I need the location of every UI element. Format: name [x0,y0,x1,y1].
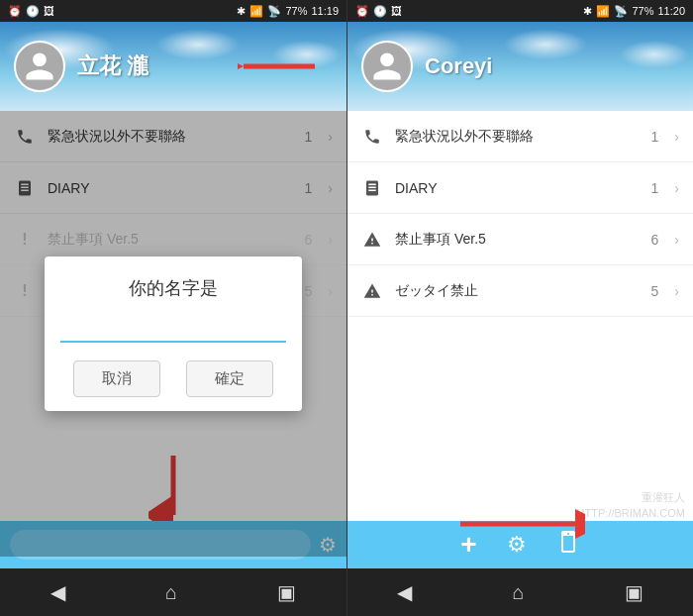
bluetooth-icon: ✱ [583,5,592,18]
avatar-left [14,41,65,92]
chevron-icon: › [674,129,679,145]
list-item[interactable]: DIARY 1 › [347,162,693,214]
home-button[interactable]: ⌂ [165,581,177,604]
header-left: 立花 瀧 [0,22,346,111]
person-icon [23,50,56,83]
item-count: 5 [651,283,659,299]
time-left: 11:19 [311,5,339,17]
exclaim-icon [361,229,383,251]
wifi-icon: 📶 [596,5,610,18]
alarm-icon: ⏰ [355,5,369,18]
bluetooth-icon: ✱ [237,5,246,18]
item-count: 1 [651,129,659,145]
alarm-icon: ⏰ [8,5,22,18]
cancel-button[interactable]: 取消 [73,360,160,397]
dialog-overlay: 你的名字是 取消 確定 [0,111,346,557]
image-icon: 🖼 [391,5,402,17]
header-right: Coreyi [347,22,693,111]
recents-button[interactable]: ▣ [277,580,296,604]
recents-button[interactable]: ▣ [625,580,644,604]
nav-bar-left: ◀ ⌂ ▣ [0,568,346,616]
user-name-left: 立花 瀧 [77,51,148,81]
user-name-right: Coreyi [425,53,492,79]
left-phone-panel: ⏰ 🕐 🖼 ✱ 📶 📡 77% 11:19 立花 瀧 [0,0,346,616]
right-phone-panel: ⏰ 🕐 🖼 ✱ 📶 📡 77% 11:20 Coreyi 緊急状況以外不要聯絡 … [346,0,693,616]
status-right-icons: ✱ 📶 📡 77% 11:19 [237,5,339,18]
item-label: DIARY [395,180,640,196]
status-left-icons-right: ⏰ 🕐 🖼 [355,5,402,18]
dialog-buttons: 取消 確定 [60,360,286,397]
signal-icon: 📡 [267,5,281,18]
status-bar-left: ⏰ 🕐 🖼 ✱ 📶 📡 77% 11:19 [0,0,346,22]
clock-icon: 🕐 [26,5,40,18]
dialog-box: 你的名字是 取消 確定 [45,257,302,411]
red-arrow-right [456,499,585,549]
exclaim-icon [361,280,383,302]
list-section-right: 緊急状況以外不要聯絡 1 › DIARY 1 › 禁止事項 Ver.5 6 › … [347,111,693,521]
item-label: 禁止事項 Ver.5 [395,231,640,249]
item-label: 緊急状況以外不要聯絡 [395,128,640,146]
item-label: ゼッタイ禁止 [395,282,640,300]
status-right-icons-right: ✱ 📶 📡 77% 11:20 [583,5,685,18]
dialog-title: 你的名字是 [60,276,286,300]
clock-icon: 🕐 [373,5,387,18]
status-bar-right: ⏰ 🕐 🖼 ✱ 📶 📡 77% 11:20 [347,0,693,22]
time-right: 11:20 [657,5,685,17]
chevron-icon: › [674,232,679,248]
battery-right: 77% [632,5,653,17]
back-button[interactable]: ◀ [397,580,412,604]
item-count: 6 [651,232,659,248]
person-icon [370,50,404,83]
home-button[interactable]: ⌂ [512,581,524,604]
list-item[interactable]: ゼッタイ禁止 5 › [347,265,693,317]
nav-bar-right: ◀ ⌂ ▣ [347,568,693,616]
battery-left: 77% [285,5,307,17]
signal-icon: 📡 [614,5,628,18]
back-button[interactable]: ◀ [50,580,65,604]
status-left-icons: ⏰ 🕐 🖼 [8,5,54,18]
item-count: 1 [651,180,659,196]
chevron-icon: › [674,180,679,196]
red-arrow-left [238,49,317,84]
confirm-button[interactable]: 確定 [186,360,273,397]
list-item[interactable]: 緊急状況以外不要聯絡 1 › [347,111,693,162]
chevron-icon: › [674,283,679,299]
name-input[interactable] [60,316,286,343]
phone-icon [361,126,383,148]
avatar-right [361,41,413,92]
book-icon [361,177,383,199]
list-item[interactable]: 禁止事項 Ver.5 6 › [347,214,693,265]
image-icon: 🖼 [44,5,54,17]
wifi-icon: 📶 [249,5,263,18]
